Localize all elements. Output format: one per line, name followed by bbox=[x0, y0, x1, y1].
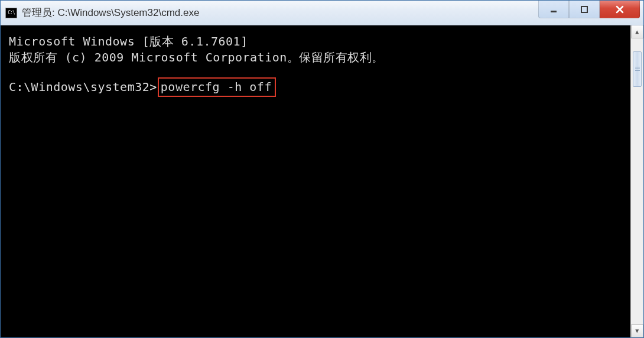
minimize-button[interactable] bbox=[538, 1, 569, 18]
scroll-up-button[interactable]: ▲ bbox=[631, 25, 643, 38]
terminal-command: powercfg -h off bbox=[161, 80, 272, 94]
close-icon bbox=[615, 5, 625, 14]
maximize-button[interactable] bbox=[569, 1, 600, 18]
window-title: 管理员: C:\Windows\System32\cmd.exe bbox=[22, 6, 538, 20]
svg-rect-1 bbox=[581, 6, 587, 12]
titlebar[interactable]: C:\ 管理员: C:\Windows\System32\cmd.exe bbox=[1, 1, 643, 25]
terminal-line-copyright: 版权所有 (c) 2009 Microsoft Corporation。保留所有… bbox=[9, 50, 638, 66]
terminal-prompt-line: C:\Windows\system32> powercfg -h off bbox=[9, 77, 638, 97]
maximize-icon bbox=[580, 5, 588, 14]
svg-rect-0 bbox=[551, 11, 557, 12]
chevron-up-icon: ▲ bbox=[635, 28, 639, 36]
terminal-area[interactable]: Microsoft Windows [版本 6.1.7601] 版权所有 (c)… bbox=[1, 25, 643, 337]
window-controls bbox=[538, 1, 643, 25]
cmd-window: C:\ 管理员: C:\Windows\System32\cmd.exe Mic… bbox=[0, 0, 644, 338]
close-button[interactable] bbox=[600, 1, 640, 18]
cmd-icon: C:\ bbox=[5, 8, 17, 18]
terminal-line-version: Microsoft Windows [版本 6.1.7601] bbox=[9, 34, 638, 50]
chevron-down-icon: ▼ bbox=[635, 327, 639, 335]
minimize-icon bbox=[549, 5, 558, 14]
terminal-prompt: C:\Windows\system32> bbox=[9, 79, 157, 95]
vertical-scrollbar[interactable]: ▲ ▼ bbox=[630, 25, 643, 337]
scroll-grip-icon bbox=[635, 67, 640, 72]
scroll-down-button[interactable]: ▼ bbox=[631, 324, 643, 337]
command-highlight-box: powercfg -h off bbox=[158, 77, 276, 97]
scroll-thumb[interactable] bbox=[633, 51, 642, 87]
